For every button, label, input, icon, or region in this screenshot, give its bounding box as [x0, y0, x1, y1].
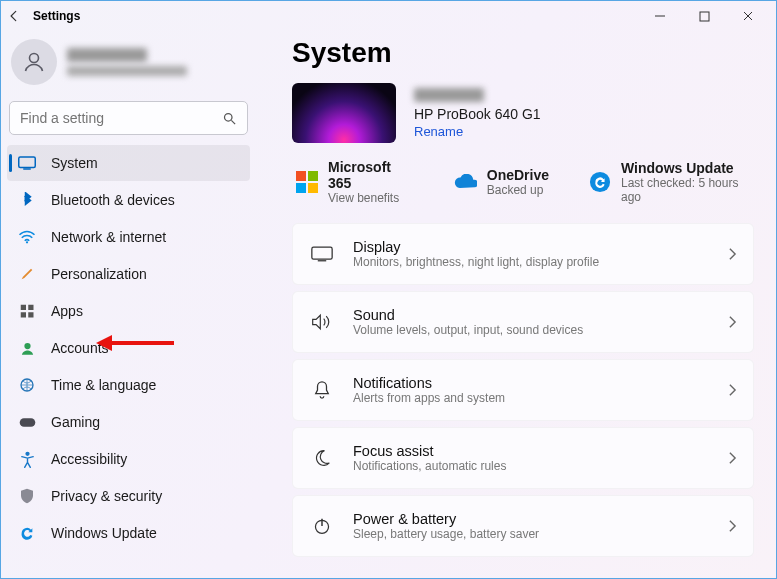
- svg-rect-9: [28, 304, 33, 309]
- card-power-battery[interactable]: Power & battery Sleep, battery usage, ba…: [292, 495, 754, 557]
- sidebar-item-label: Apps: [51, 303, 83, 319]
- sidebar-item-gaming[interactable]: Gaming: [7, 404, 250, 440]
- svg-rect-18: [296, 183, 306, 193]
- maximize-button[interactable]: [682, 1, 726, 31]
- sidebar: System Bluetooth & devices Network & int…: [1, 31, 256, 578]
- device-wallpaper-preview: [292, 83, 396, 143]
- card-focus-assist[interactable]: Focus assist Notifications, automatic ru…: [292, 427, 754, 489]
- search-box[interactable]: [9, 101, 248, 135]
- status-microsoft-365[interactable]: Microsoft 365 View benefits: [296, 159, 413, 205]
- settings-cards: Display Monitors, brightness, night ligh…: [292, 223, 754, 557]
- svg-line-4: [231, 120, 235, 124]
- sidebar-item-bluetooth[interactable]: Bluetooth & devices: [7, 182, 250, 218]
- sidebar-item-label: Personalization: [51, 266, 147, 282]
- minimize-button[interactable]: [638, 1, 682, 31]
- chevron-right-icon: [728, 315, 737, 329]
- card-sub: Volume levels, output, input, sound devi…: [353, 323, 728, 337]
- sidebar-item-network[interactable]: Network & internet: [7, 219, 250, 255]
- svg-rect-21: [312, 247, 332, 259]
- sidebar-item-personalization[interactable]: Personalization: [7, 256, 250, 292]
- search-icon: [222, 111, 237, 126]
- shield-icon: [17, 487, 37, 505]
- chevron-right-icon: [728, 383, 737, 397]
- svg-point-3: [225, 113, 233, 121]
- status-onedrive[interactable]: OneDrive Backed up: [453, 159, 549, 205]
- card-title: Notifications: [353, 375, 728, 391]
- status-row: Microsoft 365 View benefits OneDrive Bac…: [292, 159, 754, 205]
- moon-icon: [309, 449, 335, 467]
- chevron-right-icon: [728, 451, 737, 465]
- svg-rect-17: [308, 171, 318, 181]
- device-info-block[interactable]: HP ProBook 640 G1 Rename: [292, 83, 754, 143]
- svg-rect-16: [296, 171, 306, 181]
- sidebar-item-label: System: [51, 155, 98, 171]
- page-title: System: [292, 37, 754, 69]
- sidebar-item-label: Windows Update: [51, 525, 157, 541]
- status-title: Windows Update: [621, 160, 754, 176]
- card-notifications[interactable]: Notifications Alerts from apps and syste…: [292, 359, 754, 421]
- svg-rect-5: [19, 157, 36, 168]
- user-account-block[interactable]: [7, 35, 250, 95]
- back-button[interactable]: [7, 9, 27, 23]
- power-icon: [309, 517, 335, 535]
- card-sub: Alerts from apps and system: [353, 391, 728, 405]
- status-sub: View benefits: [328, 191, 413, 205]
- microsoft-365-icon: [296, 171, 318, 193]
- paintbrush-icon: [17, 265, 37, 283]
- search-input[interactable]: [20, 110, 222, 126]
- user-name: [67, 48, 147, 62]
- sidebar-item-label: Accessibility: [51, 451, 127, 467]
- card-title: Sound: [353, 307, 728, 323]
- svg-point-12: [24, 342, 30, 348]
- avatar: [11, 39, 57, 85]
- apps-icon: [17, 302, 37, 320]
- chevron-right-icon: [728, 247, 737, 261]
- window-title: Settings: [33, 9, 80, 23]
- display-icon: [309, 246, 335, 262]
- sidebar-item-accessibility[interactable]: Accessibility: [7, 441, 250, 477]
- status-title: Microsoft 365: [328, 159, 413, 191]
- sidebar-item-system[interactable]: System: [7, 145, 250, 181]
- sidebar-item-label: Gaming: [51, 414, 100, 430]
- main-panel: System HP ProBook 640 G1 Rename Microsof…: [256, 31, 776, 578]
- card-display[interactable]: Display Monitors, brightness, night ligh…: [292, 223, 754, 285]
- sidebar-item-accounts[interactable]: Accounts: [7, 330, 250, 366]
- card-sub: Monitors, brightness, night light, displ…: [353, 255, 728, 269]
- account-icon: [17, 339, 37, 357]
- windows-update-icon: [589, 171, 611, 193]
- wifi-icon: [17, 228, 37, 246]
- svg-rect-8: [20, 304, 25, 309]
- sidebar-item-windows-update[interactable]: Windows Update: [7, 515, 250, 551]
- sidebar-item-label: Bluetooth & devices: [51, 192, 175, 208]
- svg-rect-14: [19, 418, 35, 427]
- svg-rect-1: [700, 12, 709, 21]
- svg-point-2: [30, 54, 39, 63]
- sidebar-item-time-language[interactable]: Time & language: [7, 367, 250, 403]
- svg-rect-10: [20, 312, 25, 317]
- sidebar-item-privacy[interactable]: Privacy & security: [7, 478, 250, 514]
- close-button[interactable]: [726, 1, 770, 31]
- status-sub: Last checked: 5 hours ago: [621, 176, 754, 204]
- sidebar-item-label: Network & internet: [51, 229, 166, 245]
- gaming-icon: [17, 413, 37, 431]
- svg-point-7: [26, 241, 28, 243]
- sidebar-item-apps[interactable]: Apps: [7, 293, 250, 329]
- bell-icon: [309, 380, 335, 400]
- clock-globe-icon: [17, 376, 37, 394]
- card-title: Display: [353, 239, 728, 255]
- status-sub: Backed up: [487, 183, 549, 197]
- title-bar: Settings: [1, 1, 776, 31]
- device-model: HP ProBook 640 G1: [414, 106, 541, 122]
- user-email: [67, 66, 187, 76]
- sidebar-item-label: Privacy & security: [51, 488, 162, 504]
- card-sub: Sleep, battery usage, battery saver: [353, 527, 728, 541]
- bluetooth-icon: [17, 191, 37, 209]
- status-windows-update[interactable]: Windows Update Last checked: 5 hours ago: [589, 159, 754, 205]
- update-icon: [17, 524, 37, 542]
- card-sound[interactable]: Sound Volume levels, output, input, soun…: [292, 291, 754, 353]
- rename-link[interactable]: Rename: [414, 124, 541, 139]
- svg-rect-19: [308, 183, 318, 193]
- sidebar-item-label: Accounts: [51, 340, 109, 356]
- onedrive-icon: [453, 174, 477, 190]
- device-name: [414, 88, 484, 102]
